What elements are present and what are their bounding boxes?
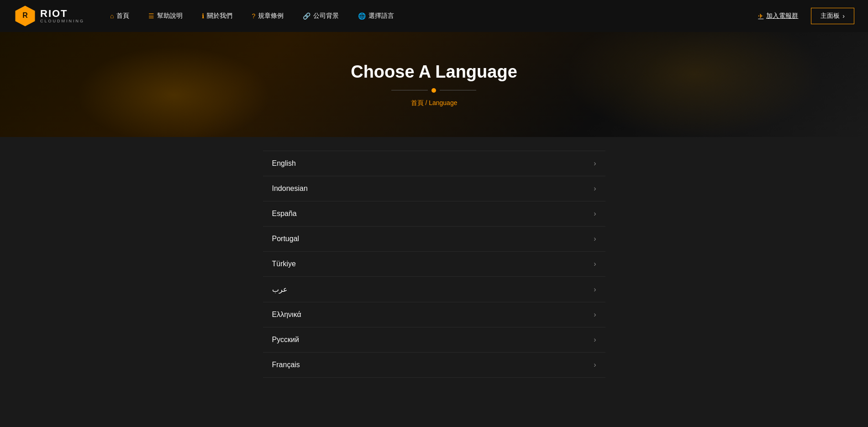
language-icon: 🌐: [358, 12, 366, 20]
breadcrumb-separator: /: [425, 99, 429, 106]
logo-riot-text: RIOT: [40, 8, 84, 19]
language-label-french: Français: [272, 361, 300, 369]
language-label-espana: España: [272, 210, 297, 218]
language-item-english[interactable]: English›: [263, 151, 605, 176]
language-item-greek[interactable]: Ελληνικά›: [263, 302, 605, 327]
svg-text:R: R: [22, 11, 28, 19]
chevron-right-icon: ›: [594, 285, 596, 294]
chevron-right-icon: ›: [594, 361, 596, 369]
language-label-russian: Русский: [272, 336, 299, 344]
nav-item-about[interactable]: ℹ 關於我們: [195, 8, 240, 24]
language-item-indonesian[interactable]: Indonesian›: [263, 176, 605, 201]
nav-item-home[interactable]: ⌂ 首頁: [103, 8, 137, 24]
nav-right: ✈ 加入電報群 主面板 ›: [751, 8, 854, 24]
navbar: R RIOT CLOUDMINING ⌂ 首頁 ☰ 幫助說明 ℹ 關於我們 ? …: [0, 0, 868, 32]
language-item-espana[interactable]: España›: [263, 201, 605, 227]
language-label-turkiye: Türkiye: [272, 260, 296, 268]
chevron-right-icon: ›: [594, 159, 596, 168]
language-label-portugal: Portugal: [272, 235, 300, 243]
nav-rules-label: 規章條例: [258, 12, 284, 20]
language-label-english: English: [272, 159, 296, 168]
chevron-right-icon: ›: [594, 336, 596, 344]
language-item-turkiye[interactable]: Türkiye›: [263, 252, 605, 277]
nav-item-help[interactable]: ☰ 幫助說明: [141, 8, 190, 24]
language-item-arabic[interactable]: عرب›: [263, 277, 605, 302]
chevron-right-icon: ›: [594, 235, 596, 243]
nav-help-label: 幫助說明: [157, 12, 183, 20]
chevron-right-icon: ›: [594, 210, 596, 218]
language-label-greek: Ελληνικά: [272, 311, 301, 319]
hero-divider: [351, 88, 517, 93]
nav-home-label: 首頁: [116, 12, 129, 20]
hero-line-right: [440, 90, 476, 90]
chevron-right-icon: ›: [594, 311, 596, 319]
nav-join-label: 加入電報群: [766, 12, 798, 20]
home-icon: ⌂: [110, 12, 114, 20]
chevron-right-icon: ›: [594, 185, 596, 193]
help-icon: ☰: [148, 12, 154, 20]
language-item-russian[interactable]: Русский›: [263, 327, 605, 353]
language-label-arabic: عرب: [272, 285, 288, 294]
nav-item-rules[interactable]: ? 規章條例: [244, 8, 291, 24]
breadcrumb-current: Language: [429, 99, 457, 106]
nav-item-join[interactable]: ✈ 加入電報群: [751, 8, 805, 24]
about-icon: ℹ: [202, 12, 204, 20]
logo-icon: R: [14, 5, 37, 27]
nav-item-company[interactable]: 🔗 公司背景: [295, 8, 346, 24]
hero-section: Choose A Language 首頁 / Language: [0, 32, 868, 137]
dashboard-label: 主面板: [821, 12, 840, 20]
breadcrumb-home[interactable]: 首頁: [411, 99, 424, 106]
nav-about-label: 關於我們: [207, 12, 232, 20]
language-item-portugal[interactable]: Portugal›: [263, 227, 605, 252]
hero-content: Choose A Language 首頁 / Language: [351, 62, 517, 107]
language-item-french[interactable]: Français›: [263, 353, 605, 378]
nav-links: ⌂ 首頁 ☰ 幫助說明 ℹ 關於我們 ? 規章條例 🔗 公司背景 🌐 選擇語言: [103, 8, 751, 24]
breadcrumb: 首頁 / Language: [351, 99, 517, 107]
chevron-right-icon: ›: [594, 260, 596, 268]
language-list: English›Indonesian›España›Portugal›Türki…: [263, 151, 605, 378]
logo-link[interactable]: R RIOT CLOUDMINING: [14, 5, 84, 27]
join-icon: ✈: [758, 12, 763, 20]
language-label-indonesian: Indonesian: [272, 185, 308, 193]
dashboard-arrow-icon: ›: [842, 12, 845, 20]
dashboard-button[interactable]: 主面板 ›: [811, 8, 854, 24]
hero-line-left: [391, 90, 428, 90]
logo-text: RIOT CLOUDMINING: [40, 8, 84, 24]
nav-company-label: 公司背景: [313, 12, 339, 20]
main-content: English›Indonesian›España›Portugal›Türki…: [0, 137, 868, 411]
rules-icon: ?: [252, 12, 255, 20]
company-icon: 🔗: [303, 12, 310, 20]
hero-title: Choose A Language: [351, 62, 517, 82]
nav-language-label: 選擇語言: [368, 12, 394, 20]
logo-cloudmining-text: CLOUDMINING: [40, 19, 84, 24]
hero-dot: [431, 88, 436, 93]
nav-item-language[interactable]: 🌐 選擇語言: [351, 8, 401, 24]
